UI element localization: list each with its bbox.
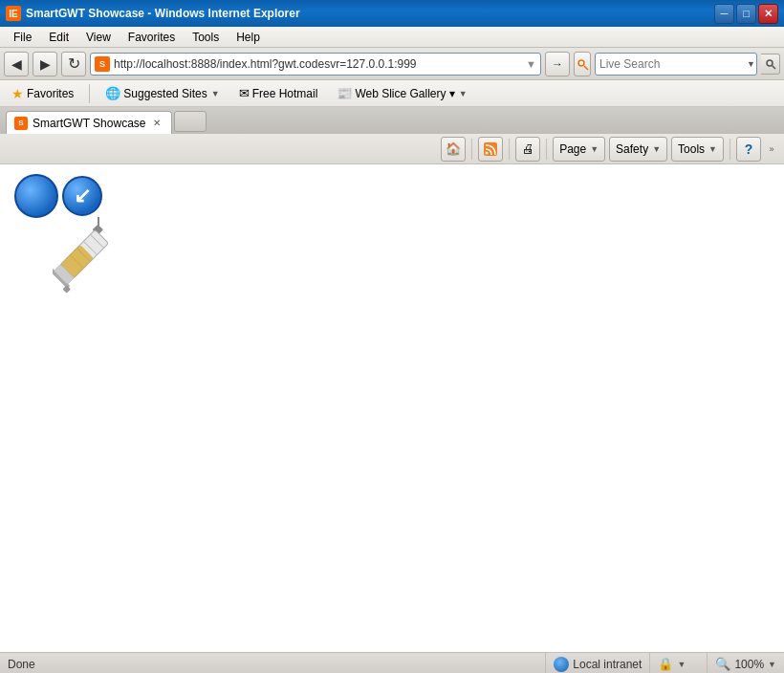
safety-dropdown-arrow: ▼: [652, 144, 661, 154]
syringe-icon: [53, 217, 167, 332]
menu-file[interactable]: File: [6, 29, 39, 46]
toolbar-separator-3: [546, 139, 547, 160]
fav-separator-1: [89, 84, 90, 103]
zoom-label: 100%: [734, 658, 764, 671]
blue-circle-icon: [14, 174, 58, 218]
forward-button[interactable]: ▶: [33, 52, 57, 76]
maximize-button[interactable]: □: [736, 4, 756, 24]
suggested-sites-button[interactable]: 🌐 Suggested Sites ▼: [99, 84, 225, 102]
svg-point-0: [578, 60, 584, 66]
status-text: Done: [0, 658, 545, 671]
search-wrapper: ▼: [595, 53, 757, 76]
window-title: SmartGWT Showcase - Windows Internet Exp…: [26, 7, 300, 20]
globe-icon: 🌐: [105, 86, 120, 100]
favorites-label: Favorites: [27, 87, 74, 100]
svg-point-3: [767, 60, 773, 66]
minimize-button[interactable]: ─: [714, 4, 734, 24]
status-message: Done: [8, 658, 35, 671]
toolbar-separator-2: [509, 139, 510, 160]
rss-button[interactable]: [478, 137, 503, 162]
tab-bar: S SmartGWT Showcase ✕: [0, 107, 784, 134]
print-button[interactable]: 🖨: [515, 137, 540, 162]
favorites-button[interactable]: ★ Favorites: [6, 84, 79, 103]
suggested-sites-dropdown: ▼: [211, 89, 220, 98]
home-button[interactable]: 🏠: [441, 137, 466, 162]
search-dropdown-btn[interactable]: ▼: [747, 59, 755, 69]
new-tab-button[interactable]: [174, 111, 207, 132]
tab-favicon: S: [14, 117, 28, 130]
toolbar-separator-1: [471, 139, 472, 160]
syringe-container: [53, 217, 148, 303]
app-icon: IE: [6, 6, 21, 21]
address-input-wrapper: S ▼: [90, 53, 541, 76]
arrow-symbol: ↙: [74, 185, 91, 206]
hotmail-icon: ✉: [239, 86, 250, 100]
content-icons: ↙: [14, 174, 102, 218]
page-label: Page: [559, 142, 586, 156]
web-slice-gallery-button[interactable]: 📰 Web Slice Gallery ▾ ▼: [331, 84, 472, 102]
zoom-dropdown[interactable]: ▼: [768, 660, 776, 669]
zoom-section: 🔍 100% ▼: [707, 653, 784, 674]
search-input[interactable]: [599, 57, 743, 71]
title-bar: IE SmartGWT Showcase - Windows Internet …: [0, 0, 784, 27]
address-input[interactable]: [114, 57, 522, 71]
svg-rect-18: [63, 285, 71, 293]
close-button[interactable]: ✕: [758, 4, 778, 24]
refresh-button[interactable]: ↻: [61, 52, 86, 76]
favorites-bar: ★ Favorites 🌐 Suggested Sites ▼ ✉ Free H…: [0, 80, 784, 107]
toolbar-separator-4: [730, 139, 730, 160]
tab-close-button[interactable]: ✕: [150, 117, 163, 130]
go-button[interactable]: →: [545, 52, 570, 76]
globe-status-icon: [554, 657, 569, 672]
tools-dropdown-arrow: ▼: [708, 144, 717, 154]
tools-button[interactable]: Tools ▼: [671, 137, 724, 162]
menu-tools[interactable]: Tools: [185, 29, 227, 46]
web-slice-icon: 📰: [337, 86, 352, 100]
svg-point-6: [486, 151, 489, 154]
menu-help[interactable]: Help: [229, 29, 268, 46]
star-icon: ★: [11, 86, 24, 101]
help-button[interactable]: ?: [736, 137, 761, 162]
tools-label: Tools: [678, 142, 705, 156]
safety-button[interactable]: Safety ▼: [609, 137, 667, 162]
zone-section: Local intranet: [545, 653, 649, 674]
safety-label: Safety: [616, 142, 648, 156]
search-submit-button[interactable]: [761, 54, 780, 75]
main-content: ↙: [0, 164, 784, 652]
lock-icon: 🔒: [658, 657, 673, 671]
menu-edit[interactable]: Edit: [41, 29, 76, 46]
address-dropdown-btn[interactable]: ▼: [526, 58, 536, 70]
zone-label: Local intranet: [573, 658, 642, 671]
web-slice-gallery-label: Web Slice Gallery ▾: [355, 87, 454, 100]
status-sections: Local intranet 🔒 ▼ 🔍 100% ▼: [545, 653, 784, 674]
tab-smartgwt[interactable]: S SmartGWT Showcase ✕: [6, 111, 172, 134]
arrow-circle-icon: ↙: [62, 176, 102, 216]
window-controls: ─ □ ✕: [714, 4, 778, 24]
svg-line-1: [584, 66, 588, 70]
toolbar-row: 🏠 🖨 Page ▼ Safety ▼ Tools ▼ ? »: [0, 134, 784, 164]
toolbar-more-button[interactable]: »: [765, 139, 778, 160]
live-search-icon: [574, 52, 591, 76]
magnify-icon: 🔍: [715, 657, 730, 671]
page-favicon: S: [95, 56, 110, 72]
page-button[interactable]: Page ▼: [553, 137, 605, 162]
page-dropdown-arrow: ▼: [590, 144, 599, 154]
menu-favorites[interactable]: Favorites: [120, 29, 183, 46]
free-hotmail-button[interactable]: ✉ Free Hotmail: [233, 84, 324, 102]
svg-line-4: [772, 65, 775, 69]
address-bar: ◀ ▶ ↻ S ▼ → ▼: [0, 48, 784, 80]
suggested-sites-label: Suggested Sites: [123, 87, 207, 100]
tab-label: SmartGWT Showcase: [33, 117, 145, 130]
menu-bar: File Edit View Favorites Tools Help: [0, 27, 784, 48]
menu-view[interactable]: View: [78, 29, 119, 46]
free-hotmail-label: Free Hotmail: [252, 87, 318, 100]
web-slice-dropdown: ▼: [459, 89, 468, 98]
security-section: 🔒 ▼: [649, 653, 707, 674]
security-dropdown[interactable]: ▼: [677, 660, 686, 669]
status-bar: Done Local intranet 🔒 ▼ 🔍 100% ▼: [0, 652, 784, 673]
back-button[interactable]: ◀: [4, 52, 29, 76]
